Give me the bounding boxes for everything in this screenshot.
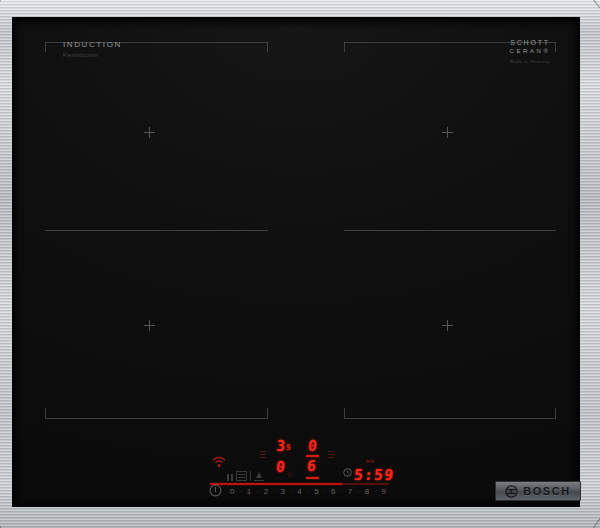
zone-center-cross-icon (144, 320, 155, 331)
flex-zone-bars-icon (260, 451, 266, 458)
slider-dot: · (290, 487, 292, 497)
slider-line-active[interactable] (210, 483, 342, 485)
rear-right-level: 0 (307, 437, 318, 455)
zone-center-cross-icon (442, 127, 453, 138)
schott-line1: SCHOTT (503, 39, 557, 47)
frame-seam (591, 506, 600, 528)
slider-level-8[interactable]: 8 (365, 487, 369, 497)
slider-dot: · (256, 487, 258, 497)
ceramic-glass-surface (13, 18, 579, 506)
zone-marking-tick (555, 408, 556, 418)
slider-dot: · (340, 487, 342, 497)
function-key-cluster (227, 469, 264, 481)
rear-left-level: 3 (275, 437, 286, 455)
slider-dot: · (307, 487, 309, 497)
slider-level-1[interactable]: 1 (247, 487, 251, 497)
timer-unit-label: min (366, 459, 375, 464)
flex-link-bar-bottom (306, 477, 319, 479)
display-rear-right-zone[interactable]: 0 (307, 439, 317, 454)
slider-dot: · (374, 487, 376, 497)
min-scale-key-icon[interactable] (254, 472, 264, 481)
zone-marking-tick (344, 42, 345, 52)
zone-center-cross-icon (442, 320, 453, 331)
slider-level-7[interactable]: 7 (348, 487, 352, 497)
flex-zone-bars-icon (328, 451, 334, 458)
schott-ceran-logo: SCHOTT CERAN® Made in Germany (503, 39, 557, 66)
display-rear-left-zone[interactable]: 35 (275, 439, 291, 455)
bosch-badge: BOSCH (495, 481, 581, 501)
rear-left-half-step: 5 (286, 443, 292, 452)
induction-cooktop: INDUCTION FlexInduction SCHOTT CERAN® Ma… (0, 0, 600, 528)
pause-key-icon[interactable] (227, 474, 233, 481)
zone-marking-tick (45, 408, 46, 418)
defrost-star-icon: ☆ (286, 471, 293, 479)
zone-marking-tick (45, 42, 46, 52)
power-button[interactable] (209, 484, 222, 497)
display-front-left-zone[interactable]: 0 (275, 460, 285, 475)
schott-subline: Made in Germany (503, 58, 557, 66)
timer-display[interactable]: 5:59 (353, 466, 395, 484)
zone-center-cross-icon (144, 127, 155, 138)
induction-label: INDUCTION (63, 40, 122, 49)
induction-sublabel: FlexInduction (63, 52, 98, 58)
zone-marking-tick (267, 42, 268, 52)
slider-level-2[interactable]: 2 (264, 487, 268, 497)
slider-level-5[interactable]: 5 (314, 487, 318, 497)
power-level-slider[interactable]: 0 · 1 · 2 · 3 · 4 · 5 · 6 · 7 · 8 · 9 (230, 487, 386, 497)
bosch-logo-text: BOSCH (523, 485, 571, 497)
key-divider (250, 471, 251, 481)
slider-level-4[interactable]: 4 (297, 487, 301, 497)
frame-seam (0, 0, 3, 19)
frame-seam (0, 506, 3, 528)
zone-marking-tick (267, 408, 268, 418)
zone-marking-line (45, 418, 268, 419)
zone-marking-line (45, 230, 268, 231)
slider-level-6[interactable]: 6 (331, 487, 335, 497)
slider-line-inactive[interactable] (342, 483, 389, 485)
slider-dot: · (239, 487, 241, 497)
clock-icon[interactable] (343, 468, 352, 477)
zone-marking-line (344, 418, 556, 419)
display-front-right-zone[interactable]: 6 (306, 459, 316, 474)
front-left-level: 0 (275, 458, 286, 476)
slider-dot: · (273, 487, 275, 497)
slider-dot: · (357, 487, 359, 497)
zone-marking-tick (344, 408, 345, 418)
slider-level-3[interactable]: 3 (280, 487, 284, 497)
schott-line2: CERAN® (503, 47, 557, 55)
front-right-level: 6 (306, 457, 317, 475)
flex-link-bar-top (306, 455, 319, 457)
zone-marking-line (344, 230, 556, 231)
slider-dot: · (324, 487, 326, 497)
wifi-icon (211, 455, 227, 468)
frame-seam (591, 0, 600, 20)
pan-transfer-key-icon[interactable] (236, 471, 247, 481)
bosch-armature-icon (505, 485, 518, 498)
slider-level-9[interactable]: 9 (381, 487, 385, 497)
slider-level-0[interactable]: 0 (230, 487, 234, 497)
